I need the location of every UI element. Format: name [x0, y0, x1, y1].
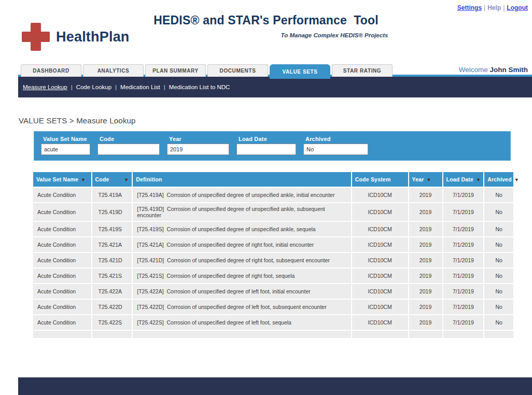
- table-cell: [T25.422D] Corrosion of unspecified degr…: [133, 300, 351, 314]
- table-cell: T25.422D: [92, 300, 132, 314]
- table-cell: 2019: [409, 188, 442, 202]
- code-input[interactable]: [97, 144, 160, 155]
- table-cell: Acute Condition: [33, 188, 91, 202]
- table-cell: 2019: [409, 203, 442, 221]
- filter-value-set-name: Value Set Name: [41, 136, 90, 160]
- subnav-medication-list-to-ndc[interactable]: Medication List to NDC: [169, 84, 230, 90]
- filter-label: Value Set Name: [43, 136, 90, 142]
- table-row[interactable]: Acute ConditionT25.422A[T25.422A] Corros…: [33, 284, 513, 299]
- tab-dashboard[interactable]: DASHBOARD: [21, 64, 81, 77]
- table-cell: No: [484, 253, 513, 267]
- table-cell: 7/1/2019: [443, 237, 484, 252]
- table-cell: Acute Condition: [33, 300, 91, 314]
- table-cell: ICD10CM: [352, 203, 408, 221]
- table-cell: [T25.421A] Corrosion of unspecified degr…: [133, 237, 351, 252]
- table-cell: T25.422S: [92, 315, 132, 330]
- table-cell: Acute Condition: [33, 237, 91, 252]
- table-cell: 2019: [409, 315, 442, 330]
- table-cell: [T25.419A] Corrosion of unspecified degr…: [133, 188, 351, 202]
- table-cell: T25.421D: [92, 253, 132, 267]
- load-date-input[interactable]: [236, 144, 296, 155]
- table-cell: T25.422A: [92, 284, 132, 299]
- column-header-archived[interactable]: Archived▼: [484, 172, 513, 187]
- breadcrumb-page: Measure Lookup: [76, 116, 136, 125]
- table-cell: 7/1/2019: [443, 188, 484, 202]
- table-cell: No: [484, 237, 513, 252]
- table-cell: ICD10CM: [352, 284, 408, 299]
- table-cell: Acute Condition: [33, 222, 91, 236]
- empty-cell: [409, 331, 442, 338]
- table-cell: [T25.422A] Corrosion of unspecified degr…: [133, 284, 351, 299]
- table-cell: [T25.422S] Corrosion of unspecified degr…: [133, 315, 351, 330]
- empty-row: [33, 331, 513, 338]
- sort-icon: ▼: [514, 177, 519, 182]
- table-cell: [T25.419D] Corrosion of unspecified degr…: [133, 203, 351, 221]
- filter-label: Code: [100, 136, 160, 142]
- filter-code: Code: [97, 136, 160, 160]
- table-cell: 7/1/2019: [443, 203, 484, 221]
- filter-archived: Archived: [303, 136, 368, 160]
- tab-analytics[interactable]: ANALYTICS: [83, 64, 144, 77]
- column-header-load-date[interactable]: Load Date▼: [443, 172, 484, 187]
- sort-icon: ▼: [124, 177, 129, 182]
- table-cell: 2019: [409, 253, 442, 267]
- subnav-code-lookup[interactable]: Code Lookup: [76, 84, 111, 90]
- logout-link[interactable]: Logout: [507, 4, 528, 11]
- table-cell: T25.421A: [92, 237, 132, 252]
- subnav-medication-list[interactable]: Medication List: [120, 84, 160, 90]
- breadcrumb-separator: >: [67, 116, 76, 125]
- welcome-message: Welcome John Smith: [459, 66, 528, 74]
- archived-input[interactable]: [303, 144, 368, 155]
- empty-cell: [133, 331, 351, 338]
- value-set-name-input[interactable]: [41, 144, 90, 155]
- table-row[interactable]: Acute ConditionT25.421S[T25.421S] Corros…: [33, 269, 513, 283]
- column-header-code-system[interactable]: Code System: [352, 172, 408, 187]
- tab-plan-summary[interactable]: PLAN SUMMARY: [145, 64, 206, 77]
- table-cell: [T25.421S] Corrosion of unspecified degr…: [133, 269, 351, 283]
- tab-value-sets[interactable]: VALUE SETS: [270, 64, 330, 79]
- tab-documents[interactable]: DOCUMENTS: [207, 64, 268, 77]
- table-cell: 7/1/2019: [443, 253, 484, 267]
- subnav-separator: |: [115, 84, 117, 90]
- help-link[interactable]: Help: [487, 4, 501, 11]
- table-cell: No: [484, 188, 513, 202]
- filter-label: Load Date: [239, 136, 296, 142]
- healthplan-logo: HealthPlan: [22, 23, 130, 51]
- table-cell: T25.419S: [92, 222, 132, 236]
- subnav-measure-lookup[interactable]: Measure Lookup: [23, 84, 67, 90]
- table-row[interactable]: Acute ConditionT25.419D[T25.419D] Corros…: [33, 203, 513, 221]
- table-row[interactable]: Acute ConditionT25.421A[T25.421A] Corros…: [33, 237, 513, 252]
- filter-label: Archived: [305, 136, 368, 142]
- table-row[interactable]: Acute ConditionT25.422D[T25.422D] Corros…: [33, 300, 513, 314]
- link-separator: |: [503, 4, 505, 11]
- table-row[interactable]: Acute ConditionT25.421D[T25.421D] Corros…: [33, 253, 513, 267]
- table-row[interactable]: Acute ConditionT25.422S[T25.422S] Corros…: [33, 315, 513, 330]
- table-row[interactable]: Acute ConditionT25.419S[T25.419S] Corros…: [33, 222, 513, 236]
- table-row[interactable]: Acute ConditionT25.419A[T25.419A] Corros…: [33, 188, 513, 202]
- settings-link[interactable]: Settings: [457, 4, 482, 11]
- table-cell: [T25.421D] Corrosion of unspecified degr…: [133, 253, 351, 267]
- table-cell: 2019: [409, 222, 442, 236]
- column-header-definition[interactable]: Definition: [133, 172, 351, 187]
- table-cell: ICD10CM: [352, 237, 408, 252]
- footer-bar: [18, 377, 532, 395]
- filter-load-date: Load Date: [236, 136, 296, 160]
- table-cell: ICD10CM: [352, 315, 408, 330]
- table-cell: 2019: [409, 284, 442, 299]
- top-links: Settings|Help|Logout: [457, 4, 528, 11]
- column-header-year[interactable]: Year▼: [409, 172, 442, 187]
- table-cell: 7/1/2019: [443, 300, 484, 314]
- sort-icon: ▼: [476, 177, 481, 182]
- table-cell: No: [484, 315, 513, 330]
- breadcrumb: VALUE SETS > Measure Lookup: [19, 116, 136, 125]
- filter-year: Year: [167, 136, 229, 160]
- table-cell: T25.419D: [92, 203, 132, 221]
- empty-cell: [352, 331, 408, 338]
- column-header-code[interactable]: Code▼: [92, 172, 132, 187]
- subnav-separator: |: [164, 84, 165, 90]
- tab-star-rating[interactable]: STAR RATING: [332, 64, 393, 77]
- table-cell: Acute Condition: [33, 203, 91, 221]
- filter-bar: Value Set Name Code Year Load Date Archi…: [34, 131, 511, 161]
- year-input[interactable]: [167, 144, 229, 155]
- column-header-value-set-name[interactable]: Value Set Name▼: [33, 172, 91, 187]
